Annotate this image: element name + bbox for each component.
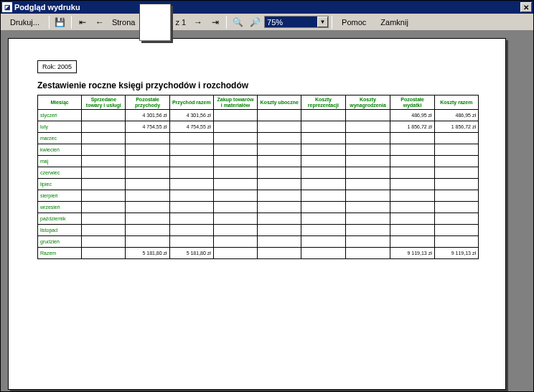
cell-value — [82, 133, 126, 144]
print-button[interactable]: Drukuj... — [4, 16, 46, 29]
separator — [226, 16, 227, 29]
cell-value — [390, 190, 434, 202]
col-side-costs: Koszty uboczne — [258, 95, 301, 110]
cell-value — [390, 167, 434, 179]
cell-value — [82, 248, 126, 259]
cell-value — [126, 236, 169, 248]
toolbar: Drukuj... 💾 ⇤ ← Strona z 1 → ⇥ 🔍 🔎 75% ▼… — [1, 14, 533, 31]
cell-value — [213, 213, 257, 225]
cell-value — [301, 121, 345, 133]
page-preview: Rok: 2005 Zestawienie roczne księgi przy… — [8, 38, 506, 390]
cell-value — [82, 202, 126, 213]
cell-value — [213, 248, 257, 259]
cell-value — [434, 190, 478, 202]
cell-value — [258, 190, 301, 202]
cell-value — [126, 202, 169, 213]
cell-value — [258, 121, 301, 133]
cell-value — [301, 202, 345, 213]
cell-month: styczeń — [38, 110, 82, 121]
col-other-income: Pozostałe przychody — [126, 95, 169, 110]
cell-month: maj — [38, 156, 82, 167]
col-rep-costs: Koszty reprezentacji — [301, 95, 345, 110]
cell-value — [169, 190, 213, 202]
cell-value — [434, 156, 478, 167]
zoom-value: 75% — [267, 18, 283, 27]
cell-value: 9 119,13 zł — [390, 248, 434, 259]
col-wage-costs: Koszty wynagrodzenia — [345, 95, 390, 110]
col-income-total: Przychód razem — [169, 95, 213, 110]
cell-value — [169, 213, 213, 225]
separator — [332, 16, 332, 29]
cell-value — [345, 190, 390, 202]
cell-value — [213, 167, 257, 179]
separator — [49, 16, 50, 29]
cell-value — [390, 133, 434, 144]
zoom-in-icon[interactable]: 🔍 — [230, 15, 245, 29]
cell-month: marzec — [38, 133, 82, 144]
zoom-out-icon[interactable]: 🔎 — [247, 15, 263, 29]
cell-value — [301, 179, 345, 190]
close-button[interactable]: ✕ — [520, 2, 532, 12]
cell-value — [213, 110, 257, 121]
last-page-icon[interactable]: ⇥ — [207, 15, 223, 29]
cell-value — [213, 133, 257, 144]
cell-value — [390, 213, 434, 225]
page-input[interactable] — [139, 4, 171, 41]
preview-area[interactable]: Rok: 2005 Zestawienie roczne księgi przy… — [1, 31, 533, 391]
cell-value — [301, 167, 345, 179]
cell-value — [301, 144, 345, 156]
report-title: Zestawienie roczne księgi przychodów i r… — [37, 80, 491, 90]
cell-value — [213, 236, 257, 248]
next-page-icon[interactable]: → — [190, 15, 206, 29]
app-icon: ◪ — [2, 2, 12, 12]
titlebar: ◪ Podgląd wydruku ✕ — [1, 1, 533, 14]
cell-value — [258, 225, 301, 236]
cell-month: luty — [38, 121, 82, 133]
cell-value — [213, 190, 257, 202]
cell-value — [169, 167, 213, 179]
cell-value — [82, 121, 126, 133]
cell-value — [345, 236, 390, 248]
cell-value — [169, 202, 213, 213]
help-button[interactable]: Pomoc — [335, 16, 373, 29]
cell-value — [258, 110, 301, 121]
cell-value — [434, 167, 478, 179]
close-preview-button[interactable]: Zamknij — [374, 16, 415, 29]
table-row: Razem5 181,80 zł5 181,80 zł9 119,13 zł9 … — [38, 248, 479, 259]
table-header-row: Miesiąc Sprzedane towary i usługi Pozost… — [38, 95, 479, 110]
prev-page-icon[interactable]: ← — [92, 15, 108, 29]
cell-value — [301, 248, 345, 259]
col-purchase: Zakup towarów i materiałów — [213, 95, 257, 110]
table-row: grudzień — [38, 236, 479, 248]
cell-value — [390, 156, 434, 167]
window-title: Podgląd wydruku — [14, 3, 520, 11]
col-sold: Sprzedane towary i usługi — [82, 95, 126, 110]
cell-value — [258, 179, 301, 190]
table-row: luty4 754,55 zł4 754,55 zł1 856,72 zł1 8… — [38, 121, 479, 133]
save-icon[interactable]: 💾 — [52, 15, 68, 29]
cell-value — [434, 202, 478, 213]
zoom-select[interactable]: 75% ▼ — [264, 16, 329, 28]
cell-value — [434, 179, 478, 190]
cell-month: grudzień — [38, 236, 82, 248]
cell-value: 4 301,56 zł — [169, 110, 213, 121]
cell-month: Razem — [38, 248, 82, 259]
cell-value — [345, 156, 390, 167]
col-other-exp: Pozostałe wydatki — [390, 95, 434, 110]
page-of-label: z 1 — [172, 18, 189, 27]
cell-value — [345, 121, 390, 133]
cell-month: sierpień — [38, 190, 82, 202]
cell-value — [390, 236, 434, 248]
cell-value — [126, 190, 169, 202]
cell-value: 486,95 zł — [434, 110, 478, 121]
cell-value — [126, 179, 169, 190]
table-row: listopad — [38, 225, 479, 236]
table-row: sierpień — [38, 190, 479, 202]
cell-value — [258, 144, 301, 156]
cell-value — [345, 202, 390, 213]
cell-value: 1 856,72 zł — [434, 121, 478, 133]
cell-value — [82, 225, 126, 236]
cell-value — [82, 213, 126, 225]
first-page-icon[interactable]: ⇤ — [75, 15, 90, 29]
table-row: maj — [38, 156, 479, 167]
